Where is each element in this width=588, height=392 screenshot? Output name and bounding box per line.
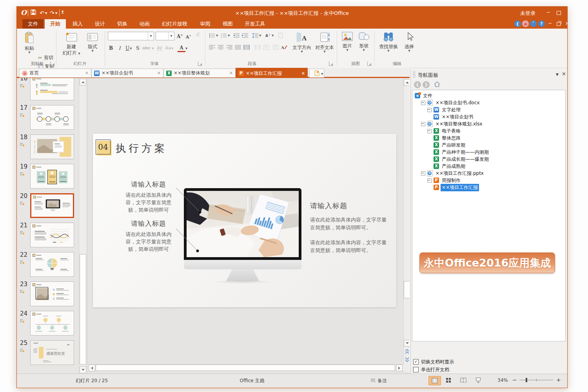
panel-drag-handle[interactable] (413, 71, 416, 78)
notes-button[interactable]: 备注 (377, 377, 387, 384)
normal-view-button[interactable] (428, 376, 441, 385)
cut-button[interactable]: ✂ 剪切 (38, 54, 53, 62)
tree-collapse-icon[interactable] (427, 129, 432, 133)
ribbon-tab-文件[interactable]: 文件 (22, 19, 44, 29)
slide-thumbnail-22[interactable] (30, 252, 74, 277)
collapse-ribbon-button[interactable]: ˆ (530, 20, 537, 27)
doc-minimize-button[interactable]: ─ (546, 20, 554, 27)
shrink-font-button[interactable]: A+ (185, 32, 192, 40)
checkbox-icon[interactable] (413, 367, 419, 372)
ribbon-tab-切换[interactable]: 切换 (112, 19, 133, 29)
clipboard-dialog-launcher[interactable] (51, 62, 55, 66)
tab-close-icon[interactable]: ✕ (301, 71, 305, 76)
text-spacing-button[interactable]: A (264, 32, 272, 39)
tree-item-××项目企划书.docx[interactable]: ××项目企划书.docx (421, 99, 481, 106)
canvas-vscroll-thumb[interactable] (404, 281, 410, 298)
ribbon-tab-审阅[interactable]: 审阅 (195, 19, 216, 29)
next-slide-button[interactable] (404, 356, 410, 363)
line-spacing-button[interactable] (251, 32, 259, 39)
underline-dropdown[interactable]: ▼ (130, 47, 132, 50)
align-text-button[interactable]: 对齐文本 ▼ (314, 32, 335, 53)
font-color-button[interactable]: A (178, 45, 185, 52)
tree-item-产品种子期——内测期[interactable]: X产品种子期——内测期 (434, 149, 490, 156)
document-tab-××项目整体规划[interactable]: X××项目整体规划✕ (163, 69, 236, 78)
shapes-button[interactable]: 形状 ▼ (356, 32, 371, 52)
ribbon-tab-插入[interactable]: 插入 (67, 19, 88, 29)
tree-item-简报制作[interactable]: P简报制作 (427, 177, 462, 184)
thumb-scroll-down[interactable] (80, 367, 86, 373)
ribbon-tab-幻灯片放映[interactable]: 幻灯片放映 (156, 19, 193, 29)
bullets-button[interactable] (208, 32, 216, 39)
grow-font-button[interactable]: A+ (176, 31, 184, 40)
tree-collapse-icon[interactable] (427, 108, 432, 112)
slide-thumbnail-20[interactable] (30, 193, 74, 218)
canvas-scroll-up[interactable] (404, 79, 410, 86)
tree-item-产品成长期——爆发期[interactable]: X产品成长期——爆发期 (434, 156, 490, 163)
font-name-combo[interactable]: ▼ (108, 32, 154, 40)
login-status[interactable]: 未登录 (520, 10, 535, 17)
change-case-button[interactable]: Aa (164, 44, 172, 52)
canvas-vscrollbar[interactable] (403, 79, 410, 372)
slide-thumbnail-17[interactable] (30, 105, 74, 130)
layout-button[interactable]: 版式 ▼ (84, 32, 101, 53)
select-button[interactable]: 选择 ▼ (402, 32, 417, 53)
panel-menu-dropdown[interactable]: ▼ (556, 73, 559, 76)
paragraph-dialog-launcher[interactable] (329, 62, 333, 66)
minimize-button[interactable]: ─ (544, 9, 553, 16)
thumb-scroll-thumb[interactable] (80, 254, 86, 365)
font-size-combo[interactable]: ▼ (156, 32, 174, 40)
tree-item-××项目工作汇报[interactable]: P××项目工作汇报 (434, 184, 479, 191)
tree-item-整体思路[interactable]: X整体思路 (434, 134, 462, 142)
justify-button[interactable] (234, 44, 242, 51)
document-tab-××项目企划书[interactable]: W××项目企划书✕ (91, 69, 163, 78)
increase-indent-button[interactable] (241, 32, 249, 39)
document-tree[interactable]: 文件××项目企划书.docxW文字处理W××项目企划书××项目整体规划.xlsx… (412, 90, 566, 341)
ribbon-tab-设计[interactable]: 设计 (89, 19, 111, 29)
find-replace-button[interactable]: 查找替换 ▼ (377, 32, 399, 53)
document-tab-首页[interactable]: ⌂首页✕ (19, 69, 91, 78)
columns-button[interactable] (254, 44, 261, 51)
previous-slide-button[interactable] (404, 348, 410, 356)
slide-thumbnail-25[interactable]: 感谢您欣赏” (30, 340, 74, 365)
tab-close-icon[interactable]: ✕ (229, 71, 233, 76)
canvas-scroll-right[interactable] (396, 365, 403, 371)
slide-monitor-graphic[interactable] (184, 188, 301, 282)
thumb-scroll-up[interactable] (80, 79, 86, 85)
paste-button[interactable]: 粘贴 ▼ (22, 32, 37, 54)
checkbox-icon[interactable]: ✓ (413, 359, 419, 365)
tree-item-文件[interactable]: 文件 (415, 92, 434, 99)
ribbon-tab-开始[interactable]: 开始 (45, 19, 66, 29)
option-切换文档时显示[interactable]: ✓切换文档时显示 (413, 359, 454, 365)
slideshow-view-button[interactable] (472, 376, 484, 385)
slide-thumbnail-23[interactable] (30, 281, 74, 306)
tab-close-icon[interactable]: ✕ (157, 71, 161, 76)
doc-restore-button[interactable] (555, 20, 563, 27)
tab-close-icon[interactable]: ✕ (85, 71, 89, 76)
zoom-out-button[interactable]: − (512, 377, 517, 383)
tree-item-××项目工作汇报.pptx[interactable]: ××项目工作汇报.pptx (421, 170, 485, 177)
tree-item-电子表格[interactable]: X电子表格 (427, 127, 462, 134)
canvas-scroll-down[interactable] (404, 340, 410, 347)
text-direction-button[interactable]: A 文字方向 ▼ (291, 32, 312, 53)
ribbon-tab-视图[interactable]: 视图 (217, 19, 238, 29)
distribute-button[interactable] (243, 44, 250, 51)
autofit-button[interactable]: T (272, 44, 279, 51)
slide-left-text-2[interactable]: 请输入标题 请在此处添加具体内容，文字尽量言简意赅，简单说明即可 (121, 219, 176, 253)
font-color-dropdown[interactable]: ▼ (185, 47, 187, 50)
tree-collapse-icon[interactable] (421, 171, 425, 176)
zoom-slider[interactable] (519, 380, 553, 380)
new-slide-button[interactable]: 新建 幻灯片 ▼ (61, 32, 82, 56)
notes-icon[interactable] (370, 378, 376, 384)
tree-item-产品成熟期[interactable]: X产品成熟期 (434, 163, 466, 170)
ribbon-tab-动画[interactable]: 动画 (134, 19, 155, 29)
numbering-button[interactable]: 123 (220, 32, 228, 39)
tree-collapse-icon[interactable] (427, 178, 432, 183)
bold-button[interactable]: B (107, 44, 115, 52)
italic-button[interactable]: I (116, 44, 123, 52)
align-right-button[interactable] (225, 44, 233, 51)
tree-collapse-icon[interactable] (421, 101, 425, 105)
tree-item-产品研发期[interactable]: X产品研发期 (434, 142, 466, 149)
tree-item-××项目整体规划.xlsx[interactable]: ××项目整体规划.xlsx (421, 120, 484, 127)
slide-thumbnail-16[interactable] (30, 78, 74, 100)
paste-options-button[interactable] (276, 32, 284, 39)
